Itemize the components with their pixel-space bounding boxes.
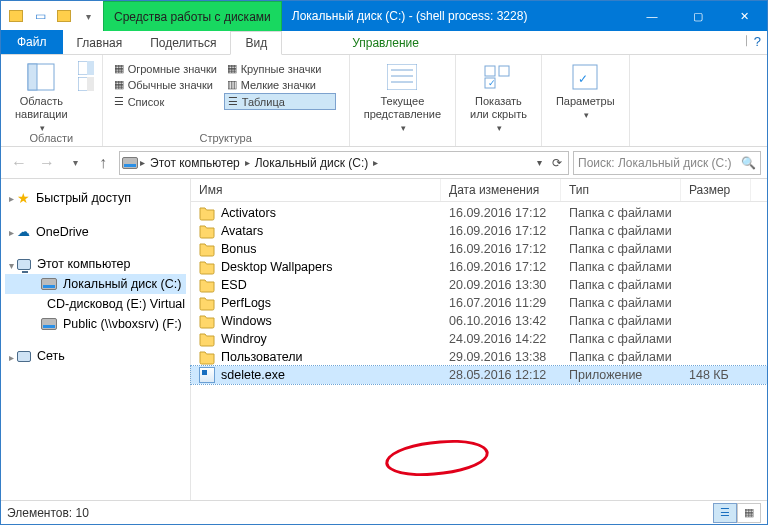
file-name: Avatars (221, 224, 263, 238)
explorer-icon (5, 5, 27, 27)
options-button[interactable]: ✓ Параметры▾ (550, 59, 621, 142)
svg-rect-10 (485, 66, 495, 76)
chevron-down-icon[interactable]: ▾ (9, 260, 14, 271)
ribbon-tabs: Файл Главная Поделиться Вид Управление 𝄀… (1, 31, 767, 55)
file-name: Desktop Wallpapers (221, 260, 332, 274)
properties-icon[interactable]: ▭ (29, 5, 51, 27)
file-name: ESD (221, 278, 247, 292)
file-type: Папка с файлами (561, 206, 681, 220)
table-row[interactable]: Пользователи29.09.2016 13:38Папка с файл… (191, 348, 767, 366)
maximize-button[interactable]: ▢ (675, 1, 721, 31)
chevron-right-icon[interactable]: ▸ (373, 157, 378, 168)
show-hide-button[interactable]: ✓ Показать или скрыть▾ (464, 59, 533, 142)
search-icon: 🔍 (741, 156, 756, 170)
search-input[interactable]: Поиск: Локальный диск (C:) 🔍 (573, 151, 761, 175)
breadcrumb-drive[interactable]: Локальный диск (C:) (252, 156, 372, 170)
details-view-toggle[interactable]: ☰ (713, 503, 737, 523)
col-size[interactable]: Размер (681, 179, 751, 201)
folder-icon (199, 241, 215, 257)
qat-dropdown-icon[interactable]: ▾ (77, 5, 99, 27)
svg-rect-3 (87, 61, 94, 75)
nav-drive-c[interactable]: Локальный диск (C:) (5, 274, 186, 294)
tab-view[interactable]: Вид (230, 31, 282, 55)
layout-medium[interactable]: ▦Обычные значки (111, 77, 223, 92)
table-row[interactable]: Desktop Wallpapers16.09.2016 17:12Папка … (191, 258, 767, 276)
current-view-button[interactable]: Текущее представление▾ (358, 59, 447, 142)
close-button[interactable]: ✕ (721, 1, 767, 31)
table-row[interactable]: sdelete.exe28.05.2016 12:12Приложение148… (191, 366, 767, 384)
table-row[interactable]: ESD20.09.2016 13:30Папка с файлами (191, 276, 767, 294)
minimize-button[interactable]: — (629, 1, 675, 31)
nav-quick-access[interactable]: ★Быстрый доступ (5, 187, 186, 209)
folder-icon (199, 349, 215, 365)
column-headers[interactable]: Имя Дата изменения Тип Размер (191, 179, 767, 202)
chevron-right-icon[interactable]: ▸ (9, 193, 14, 204)
col-name[interactable]: Имя (191, 179, 441, 201)
ribbon-group-layout: Структура (103, 132, 349, 144)
nav-network[interactable]: Сеть (5, 346, 186, 366)
preview-pane-button[interactable] (78, 61, 94, 75)
table-row[interactable]: PerfLogs16.07.2016 11:29Папка с файлами (191, 294, 767, 312)
window-title: Локальный диск (C:) - (shell process: 32… (282, 1, 629, 31)
folder-icon (199, 277, 215, 293)
col-type[interactable]: Тип (561, 179, 681, 201)
file-type: Папка с файлами (561, 314, 681, 328)
layout-huge[interactable]: ▦Огромные значки (111, 61, 223, 76)
tab-share[interactable]: Поделиться (136, 32, 230, 54)
nav-forward-button[interactable]: → (35, 151, 59, 175)
layout-large[interactable]: ▦Крупные значки (224, 61, 336, 76)
file-type: Папка с файлами (561, 296, 681, 310)
nav-up-button[interactable]: ↑ (91, 151, 115, 175)
navigation-pane[interactable]: ▸ ★Быстрый доступ ▸ ☁OneDrive ▾ Этот ком… (1, 179, 191, 500)
nav-back-button[interactable]: ← (7, 151, 31, 175)
folder-icon (199, 259, 215, 275)
file-type: Папка с файлами (561, 224, 681, 238)
nav-pane-button[interactable]: Область навигации ▾ (9, 59, 74, 142)
network-icon (17, 351, 31, 362)
chevron-right-icon[interactable]: ▸ (9, 352, 14, 363)
nav-public-share[interactable]: Public (\\vboxsrv) (F:) (5, 314, 186, 334)
address-dropdown-icon[interactable]: ▾ (533, 157, 546, 168)
svg-rect-1 (28, 64, 37, 90)
col-date[interactable]: Дата изменения (441, 179, 561, 201)
table-row[interactable]: Windows06.10.2016 13:42Папка с файлами (191, 312, 767, 330)
nav-onedrive[interactable]: ☁OneDrive (5, 221, 186, 242)
layout-list[interactable]: ☰Список (111, 93, 223, 110)
drive-icon (122, 157, 138, 169)
layout-gallery[interactable]: ▦Огромные значки ▦Крупные значки ▦Обычны… (111, 59, 341, 110)
chevron-right-icon[interactable]: ▸ (140, 157, 145, 168)
table-row[interactable]: Bonus16.09.2016 17:12Папка с файлами (191, 240, 767, 258)
tab-home[interactable]: Главная (63, 32, 137, 54)
help-icon[interactable]: ? (754, 34, 761, 49)
breadcrumb[interactable]: ▸ Этот компьютер ▸ Локальный диск (C:) ▸… (119, 151, 569, 175)
nav-cd-drive[interactable]: CD-дисковод (E:) VirtualB (5, 294, 186, 314)
nav-history-dropdown[interactable]: ▾ (63, 151, 87, 175)
table-row[interactable]: Avatars16.09.2016 17:12Папка с файлами (191, 222, 767, 240)
file-date: 16.09.2016 17:12 (441, 260, 561, 274)
details-pane-button[interactable] (78, 77, 94, 91)
file-list[interactable]: Имя Дата изменения Тип Размер Activators… (191, 179, 767, 500)
layout-details[interactable]: ☰Таблица (224, 93, 336, 110)
file-name: Activators (221, 206, 276, 220)
tab-manage[interactable]: Управление (322, 32, 449, 54)
new-folder-icon[interactable] (53, 5, 75, 27)
tab-file[interactable]: Файл (1, 30, 63, 54)
chevron-right-icon[interactable]: ▸ (245, 157, 250, 168)
nav-this-pc[interactable]: Этот компьютер (5, 254, 186, 274)
status-bar: Элементов: 10 ☰ ▦ (1, 500, 767, 524)
refresh-icon[interactable]: ⟳ (548, 156, 566, 170)
file-type: Папка с файлами (561, 242, 681, 256)
layout-small[interactable]: ▥Мелкие значки (224, 77, 336, 92)
file-size: 148 КБ (681, 368, 751, 382)
title-bar: ▭ ▾ Средства работы с дисками Локальный … (1, 1, 767, 31)
breadcrumb-root[interactable]: Этот компьютер (147, 156, 243, 170)
table-row[interactable]: Windroy24.09.2016 14:22Папка с файлами (191, 330, 767, 348)
star-icon: ★ (17, 190, 30, 206)
file-date: 20.09.2016 13:30 (441, 278, 561, 292)
chevron-right-icon[interactable]: ▸ (9, 227, 14, 238)
table-row[interactable]: Activators16.09.2016 17:12Папка с файлам… (191, 204, 767, 222)
file-date: 16.09.2016 17:12 (441, 242, 561, 256)
folder-icon (199, 295, 215, 311)
thumbnails-view-toggle[interactable]: ▦ (737, 503, 761, 523)
ribbon: Область навигации ▾ Области ▦Огромные зн… (1, 55, 767, 147)
